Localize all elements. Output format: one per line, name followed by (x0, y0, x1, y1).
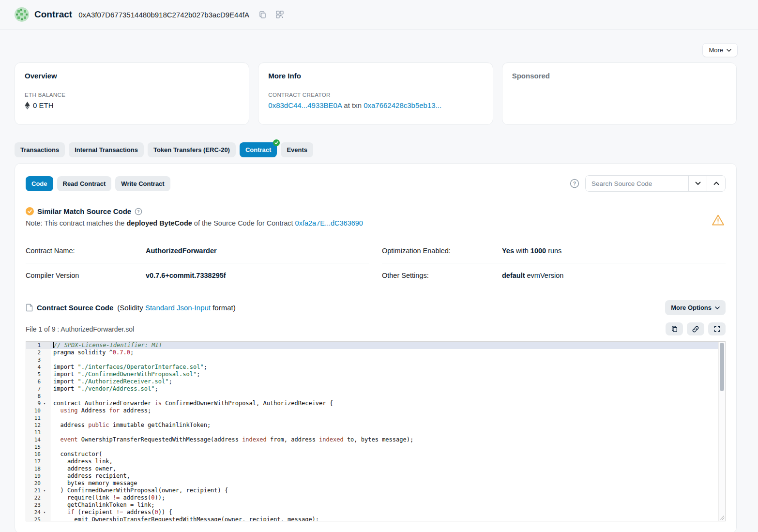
other-settings-value: default evmVersion (502, 272, 563, 279)
match-check-circle-icon (26, 207, 34, 215)
subtab-code[interactable]: Code (26, 176, 53, 191)
resize-grip-icon[interactable] (719, 515, 725, 520)
creation-txn-link[interactable]: 0xa7662428c3b5eb13... (364, 101, 441, 109)
similar-match-title: Similar Match Source Code (37, 207, 131, 215)
more-button[interactable]: More (702, 43, 738, 57)
other-settings-row: Other Settings: default evmVersion (382, 263, 726, 288)
page-title: Contract (34, 9, 72, 20)
code-line: 10 using Address for address; (26, 407, 725, 414)
permalink-button[interactable] (687, 322, 704, 335)
qr-code-icon[interactable] (276, 11, 284, 18)
file-icon (26, 304, 33, 312)
json-input-link[interactable]: Standard Json-Input (145, 304, 211, 312)
page-header: Contract 0xA3f07D6773514480b918C2742b027… (0, 0, 758, 30)
contract-address: 0xA3f07D6773514480b918C2742b027b3acD9E44… (78, 11, 249, 19)
fold-toggle-icon[interactable]: ▾ (41, 487, 48, 494)
overview-card: Overview ETH BALANCE 0 ETH (15, 62, 249, 125)
verified-check-badge-icon (273, 139, 280, 146)
note-prefix: Note: This contract matches the (26, 219, 126, 227)
tab-contract[interactable]: Contract (240, 142, 277, 157)
similar-match-section: Similar Match Source Code ? Note: This c… (26, 207, 726, 227)
contract-subtabs: Code Read Contract Write Contract (26, 176, 170, 191)
warning-triangle-icon[interactable] (712, 214, 725, 226)
tab-token-transfers[interactable]: Token Transfers (ERC-20) (148, 142, 236, 157)
link-icon (692, 325, 699, 333)
contract-name-row: Contract Name: AuthorizedForwarder (26, 239, 369, 263)
contract-identicon (15, 7, 29, 22)
tab-internal-transactions[interactable]: Internal Transactions (69, 142, 144, 157)
copy-icon (671, 325, 678, 333)
search-next-button[interactable] (688, 176, 707, 191)
source-search-group (585, 175, 726, 192)
optimization-row: Optimization Enabled: Yes with 1000 runs (382, 239, 726, 263)
copy-source-button[interactable] (666, 322, 683, 335)
contract-metadata: Contract Name: AuthorizedForwarder Compi… (26, 239, 726, 288)
code-line: 24▾ if (recipient != address(0)) { (26, 509, 725, 516)
eth-balance-value: 0 ETH (33, 101, 54, 109)
editor-scrollbar[interactable] (718, 342, 725, 521)
subtab-write-contract[interactable]: Write Contract (115, 176, 170, 191)
more-options-button[interactable]: More Options (665, 300, 726, 315)
compiler-version-row: Compiler Version v0.7.6+commit.7338295f (26, 263, 369, 288)
contract-name-value: AuthorizedForwarder (146, 247, 217, 255)
optimization-value: Yes with 1000 runs (502, 247, 561, 255)
source-code-title: Contract Source Code (37, 304, 113, 312)
code-editor-lines: 1// SPDX-License-Identifier: MIT2pragma … (26, 342, 725, 521)
code-line: 2pragma solidity ^0.7.0; (26, 349, 725, 356)
code-line: 1// SPDX-License-Identifier: MIT (26, 342, 725, 349)
code-line: 19 address recipient, (26, 472, 725, 480)
code-line: 21▾ ) ConfirmedOwnerWithProposal(owner, … (26, 487, 725, 494)
tab-contract-label: Contract (245, 146, 271, 153)
summary-cards: Overview ETH BALANCE 0 ETH More Info CON… (15, 62, 737, 125)
code-line: 20 bytes memory message (26, 480, 725, 487)
code-line: 11 (26, 414, 725, 422)
code-line: 4import "./interfaces/OperatorInterface.… (26, 364, 725, 371)
code-line: 22 require(link != address(0)); (26, 494, 725, 502)
code-line: 16 constructor( (26, 451, 725, 458)
at-txn-text: at txn (342, 101, 364, 109)
tab-events[interactable]: Events (281, 142, 313, 157)
ethereum-icon (25, 102, 30, 109)
chevron-down-icon (715, 306, 720, 309)
more-info-title: More Info (268, 72, 483, 80)
code-line: 23 getChainlinkToken = link; (26, 502, 725, 509)
matched-contract-link[interactable]: 0xfa2a7E...dC363690 (295, 219, 363, 227)
fold-toggle-icon[interactable]: ▾ (41, 509, 48, 516)
file-label: File 1 of 9 : AuthorizedForwarder.sol (26, 325, 134, 333)
note-bold: deployed ByteCode (126, 219, 192, 227)
question-circle-icon[interactable]: ? (135, 208, 142, 215)
code-line: 12 address public immutable getChainlink… (26, 422, 725, 429)
code-editor[interactable]: 1// SPDX-License-Identifier: MIT2pragma … (26, 341, 726, 521)
code-line: 25 emit OwnershipTransferRequestedWithMe… (26, 516, 725, 521)
svg-text:?: ? (137, 209, 140, 214)
code-line: 14 event OwnershipTransferRequestedWithM… (26, 436, 725, 443)
format-text: (Solidity Standard Json-Input format) (117, 304, 235, 312)
search-prev-button[interactable] (707, 176, 725, 191)
help-icon[interactable]: ? (570, 179, 579, 188)
code-line: 15 (26, 443, 725, 451)
code-line: 3 (26, 356, 725, 364)
code-line: 9▾contract AuthorizedForwarder is Confir… (26, 400, 725, 407)
sponsored-title: Sponsored (512, 72, 727, 80)
creator-address-link[interactable]: 0x83dC44...4933BE0A (268, 101, 342, 109)
fullscreen-button[interactable] (708, 322, 726, 335)
contract-panel: Code Read Contract Write Contract ? (15, 163, 737, 532)
code-line: 13 (26, 429, 725, 436)
more-info-card: More Info CONTRACT CREATOR 0x83dC44...49… (258, 62, 493, 125)
compiler-version-label: Compiler Version (26, 272, 146, 279)
sponsored-card: Sponsored (502, 62, 737, 125)
fold-toggle-icon[interactable]: ▾ (41, 400, 48, 407)
tab-transactions[interactable]: Transactions (15, 142, 65, 157)
subtab-read-contract[interactable]: Read Contract (57, 176, 112, 191)
code-line: 18 address owner, (26, 465, 725, 472)
contract-creator-label: CONTRACT CREATOR (268, 92, 483, 98)
search-source-code-input[interactable] (586, 176, 688, 191)
note-middle: of the Source Code for Contract (192, 219, 295, 227)
eth-balance-label: ETH BALANCE (25, 92, 239, 98)
other-settings-label: Other Settings: (382, 272, 502, 279)
editor-scrollbar-thumb[interactable] (720, 343, 724, 391)
code-line: 7import "./vendor/Address.sol"; (26, 385, 725, 393)
copy-address-icon[interactable] (258, 11, 267, 19)
svg-text:?: ? (573, 181, 576, 186)
code-line: 8 (26, 393, 725, 400)
